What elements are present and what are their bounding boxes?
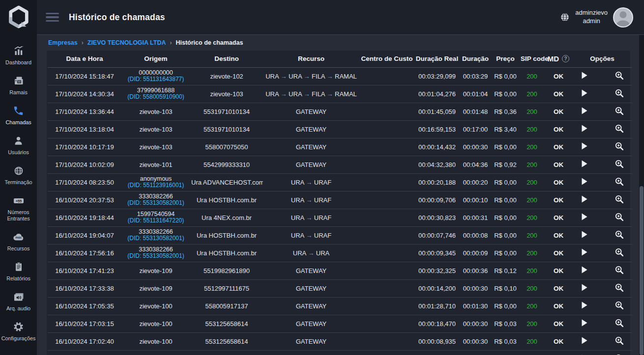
call-detail-zoom-button[interactable] xyxy=(596,156,632,173)
play-button[interactable] xyxy=(573,191,596,209)
sidebar-item-usu-rios[interactable]: Usuários xyxy=(0,130,37,160)
play-button[interactable] xyxy=(573,332,596,350)
cell-duracao: 00:01:48 xyxy=(460,103,491,120)
cell-recurso: GATEWAY xyxy=(263,279,359,297)
play-button[interactable] xyxy=(573,103,596,120)
call-detail-zoom-button[interactable] xyxy=(596,85,632,103)
call-detail-zoom-button[interactable] xyxy=(596,173,632,191)
cell-origem: 3330382266(DID: 553130582001) xyxy=(121,244,190,262)
cell-datetime: 16/10/2024 17:41:23 xyxy=(48,262,121,279)
call-detail-zoom-button[interactable] xyxy=(596,209,632,226)
cell-sip-code: 200 xyxy=(520,297,544,315)
cell-preco: R$ 0,00 xyxy=(491,138,520,156)
play-button[interactable] xyxy=(573,209,596,226)
call-detail-zoom-button[interactable] xyxy=(596,262,632,279)
play-button[interactable] xyxy=(573,85,596,103)
call-detail-zoom-button[interactable] xyxy=(596,350,632,355)
cell-recurso: URA → URAF xyxy=(263,191,359,209)
call-detail-zoom-button[interactable] xyxy=(596,226,632,244)
cell-origem: 0000000000(DID: 551131643877) xyxy=(121,67,190,85)
cell-md: OK xyxy=(544,315,573,332)
play-button[interactable] xyxy=(573,120,596,138)
call-detail-zoom-button[interactable] xyxy=(596,279,632,297)
user-area[interactable]: adminzievo admin xyxy=(560,7,633,27)
avatar[interactable] xyxy=(613,7,633,27)
sidebar-item-dashboard[interactable]: Dashboard xyxy=(0,40,37,70)
cell-origem: anonymous(DID: 551123916001) xyxy=(121,173,190,191)
sidebar-item-n-meros-entrantes[interactable]: +55 Números Entrantes xyxy=(0,190,37,226)
call-detail-zoom-button[interactable] xyxy=(596,120,632,138)
vertical-scrollbar[interactable] xyxy=(639,35,644,355)
cell-origem: zievote-101 xyxy=(121,156,190,173)
call-detail-zoom-button[interactable] xyxy=(596,138,632,156)
cell-duracao-real: 00:00:32,325 xyxy=(414,262,460,279)
table-row: 16/10/2024 16:58:07 zievote-100 55312565… xyxy=(48,350,632,355)
sidebar-item-chamadas[interactable]: Chamadas xyxy=(0,100,37,130)
sidebar-item-label: Chamadas xyxy=(5,119,31,126)
topbar: Histórico de chamadas adminzievo admin xyxy=(37,0,644,35)
sidebar-item-ramais[interactable]: Ramais xyxy=(0,70,37,100)
play-button[interactable] xyxy=(573,226,596,244)
cell-destino: 553125658614 xyxy=(190,315,263,332)
breadcrumb-item[interactable]: Empresas xyxy=(48,39,78,46)
cell-centro-custo xyxy=(359,350,414,355)
cell-duracao-real: 00:00:14,200 xyxy=(414,279,460,297)
play-button[interactable] xyxy=(573,262,596,279)
sidebar-item-termina-o[interactable]: Terminação xyxy=(0,160,37,190)
language-globe-icon[interactable] xyxy=(560,11,570,23)
play-button[interactable] xyxy=(573,156,596,173)
call-detail-zoom-button[interactable] xyxy=(596,191,632,209)
sidebar-item-recursos[interactable]: PABX Recursos xyxy=(0,226,37,256)
cell-duracao: 00:00:30 xyxy=(460,315,491,332)
play-button[interactable] xyxy=(573,244,596,262)
col-sip-code: SIP code xyxy=(520,51,544,67)
md-help-icon[interactable]: ? xyxy=(562,55,569,62)
sidebar-item-relat-rios[interactable]: Relatórios xyxy=(0,256,37,286)
cell-sip-code: 200 xyxy=(520,85,544,103)
call-detail-zoom-button[interactable] xyxy=(596,103,632,120)
call-detail-zoom-button[interactable] xyxy=(596,297,632,315)
cell-origem: zievote-103 xyxy=(121,103,190,120)
scrollbar-thumb[interactable] xyxy=(640,186,644,355)
hamburger-menu-icon[interactable] xyxy=(46,13,59,22)
cell-sip-code: 200 xyxy=(520,350,544,355)
cell-md: OK xyxy=(544,332,573,350)
call-detail-zoom-button[interactable] xyxy=(596,332,632,350)
call-detail-zoom-button[interactable] xyxy=(596,315,632,332)
call-detail-zoom-button[interactable] xyxy=(596,244,632,262)
breadcrumb-item[interactable]: ZIEVO TECNOLOGIA LTDA xyxy=(88,39,166,46)
cell-centro-custo xyxy=(359,191,414,209)
play-button[interactable] xyxy=(573,315,596,332)
play-button[interactable] xyxy=(573,173,596,191)
cell-origem: 3330382266(DID: 553130582001) xyxy=(121,226,190,244)
cell-preco: R$ 0,00 xyxy=(491,209,520,226)
play-button[interactable] xyxy=(573,279,596,297)
call-history-table: Data e Hora Origem Destino Recurso Centr… xyxy=(48,51,632,355)
cell-destino: 5531971010134 xyxy=(190,120,263,138)
sidebar-item-arq-audio[interactable]: Arq. audio xyxy=(0,286,37,316)
col-data-e-hora: Data e Hora xyxy=(48,51,121,67)
cell-centro-custo xyxy=(359,315,414,332)
zievo-logo[interactable] xyxy=(0,0,37,34)
cell-sip-code: 200 xyxy=(520,279,544,297)
cell-recurso: URA → URAF xyxy=(263,209,359,226)
cell-preco: R$ 0,00 xyxy=(491,173,520,191)
cell-preco: R$ 0,00 xyxy=(491,297,520,315)
call-detail-zoom-button[interactable] xyxy=(596,67,632,85)
cell-destino: 558005917137 xyxy=(190,297,263,315)
cell-datetime: 16/10/2024 16:58:07 xyxy=(48,350,121,355)
sidebar-item-label: Ramais xyxy=(9,89,28,96)
cell-datetime: 17/10/2024 10:02:09 xyxy=(48,156,121,173)
cell-recurso: GATEWAY xyxy=(263,332,359,350)
table-row: 17/10/2024 13:36:44 zievote-103 55319710… xyxy=(48,103,632,120)
sidebar-item-configura-es[interactable]: Configurações xyxy=(0,316,37,346)
play-button[interactable] xyxy=(573,297,596,315)
cell-md: OK xyxy=(544,226,573,244)
cell-centro-custo xyxy=(359,226,414,244)
play-button[interactable] xyxy=(573,67,596,85)
play-button[interactable] xyxy=(573,350,596,355)
cell-preco: R$ 0,12 xyxy=(491,262,520,279)
play-button[interactable] xyxy=(573,138,596,156)
breadcrumb-item: Histórico de chamadas xyxy=(176,39,243,46)
col-recurso: Recurso xyxy=(263,51,359,67)
